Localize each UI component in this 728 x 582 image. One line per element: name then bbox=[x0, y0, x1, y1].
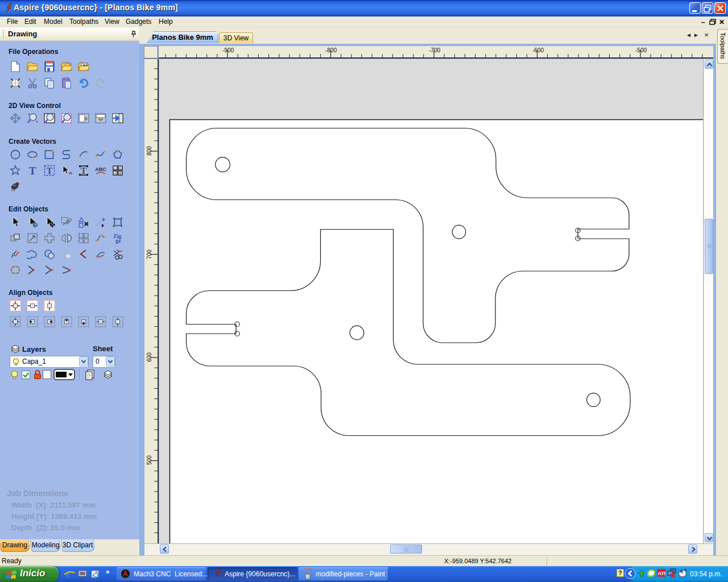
svg-text:B: B bbox=[119, 172, 121, 175]
svg-text:A: A bbox=[114, 172, 116, 175]
svg-text:ABC: ABC bbox=[95, 167, 106, 172]
svg-text:ge: ge bbox=[115, 238, 121, 244]
svg-text:AB: AB bbox=[69, 171, 72, 176]
svg-text:D: D bbox=[119, 167, 122, 170]
svg-text:T: T bbox=[29, 165, 36, 176]
svg-text:e: e bbox=[65, 568, 70, 580]
svg-text:T: T bbox=[80, 165, 87, 176]
svg-text:ATI: ATI bbox=[658, 571, 666, 576]
svg-text:T: T bbox=[47, 166, 53, 176]
svg-text:C: C bbox=[114, 167, 117, 170]
svg-text:?: ? bbox=[618, 569, 622, 576]
